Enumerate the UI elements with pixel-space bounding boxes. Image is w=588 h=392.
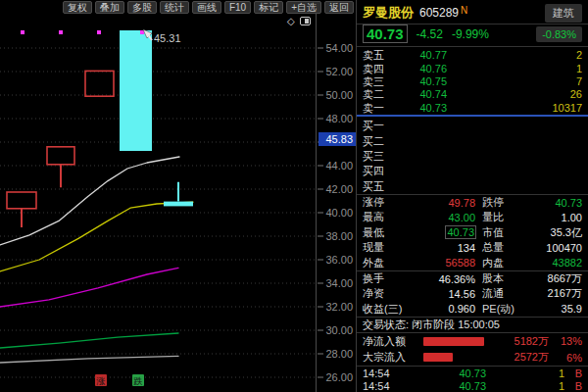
stat-value-text: 14.56 bbox=[448, 288, 475, 300]
flow-row-1: 净流入额5182万13% bbox=[357, 333, 588, 350]
money-flow-block: 净流入额5182万13%大宗流入2572万6% bbox=[357, 333, 588, 367]
menu-item-5[interactable]: 画线 bbox=[192, 1, 221, 14]
candle-down-4 bbox=[120, 30, 152, 151]
candlestick-chart[interactable]: 54.0052.0050.0048.0046.0044.0042.0040.00… bbox=[0, 0, 356, 392]
stat-value: 0.960 bbox=[414, 303, 475, 315]
price-change-pct: -9.99% bbox=[452, 27, 489, 41]
axis-label: 42.00 bbox=[325, 183, 353, 195]
bid-row-1[interactable]: 买一 bbox=[357, 119, 588, 133]
tick-price: 40.73 bbox=[412, 368, 537, 379]
bid-row-3[interactable]: 买三 bbox=[357, 149, 588, 164]
stat-row-1: 涨停49.78跌停40.73 bbox=[357, 195, 588, 210]
flow-label: 大宗流入 bbox=[363, 350, 419, 365]
stat-value: 43.00 bbox=[414, 212, 475, 223]
stat-value: 14.56 bbox=[414, 288, 475, 300]
stat-label: 现量 bbox=[363, 240, 414, 255]
stat-value: 35.3亿 bbox=[514, 225, 582, 240]
flow-value: 2572万 bbox=[453, 350, 549, 365]
stat-value-text: 49.78 bbox=[448, 197, 475, 209]
stat-value: 49.78 bbox=[414, 197, 475, 209]
cursor-price-label: 45.31 bbox=[154, 32, 181, 44]
menu-item-8[interactable]: +自选 bbox=[286, 1, 321, 14]
ask-price: 40.74 bbox=[406, 88, 514, 101]
axis-label: 34.00 bbox=[325, 277, 353, 289]
stat-label: 最高 bbox=[363, 210, 414, 224]
stock-header: 罗曼股份 605289 N 建筑 bbox=[357, 0, 588, 24]
price-change: -4.52 bbox=[416, 27, 443, 41]
ask-label: 卖一 bbox=[363, 102, 406, 115]
menu-item-1[interactable]: 复权 bbox=[63, 1, 92, 14]
tick-volume: 1 bbox=[537, 368, 564, 379]
stat-value-text: 56588 bbox=[445, 257, 475, 269]
diamond-draw-icon[interactable]: ◇ bbox=[287, 17, 295, 26]
stat-row-4: 现量134总量100470 bbox=[357, 240, 588, 255]
stock-name: 罗曼股份 bbox=[363, 4, 414, 22]
bid-row-5[interactable]: 买五 bbox=[357, 178, 588, 193]
sector-badge[interactable]: 建筑 bbox=[545, 4, 582, 23]
axis-label: 48.00 bbox=[325, 113, 353, 124]
ask-label: 卖五 bbox=[363, 49, 406, 62]
stats-block-2: 换手46.36%股本8667万净资14.56流通2167万收益(三)0.960P… bbox=[357, 271, 588, 318]
stat-row-6: 换手46.36%股本8667万 bbox=[357, 271, 588, 286]
axis-label: 44.00 bbox=[325, 160, 353, 172]
stat-value: 40.73 bbox=[514, 197, 582, 209]
stat-value: 35.9 bbox=[514, 303, 582, 315]
tick-time: 14:54 bbox=[363, 368, 412, 379]
shape-draw-icon[interactable] bbox=[300, 17, 311, 25]
ask-qty: 7 bbox=[514, 75, 582, 88]
menu-item-9[interactable]: 返回 bbox=[324, 1, 354, 14]
top-menu-bar: 复权叠加多股统计画线F10标记+自选返回 bbox=[0, 0, 356, 15]
trading-app-window: 54.0052.0050.0048.0046.0044.0042.0040.00… bbox=[0, 0, 588, 392]
flow-pct: 6% bbox=[549, 352, 582, 364]
marker-dot bbox=[140, 30, 144, 34]
bid-row-2[interactable]: 买二 bbox=[357, 133, 588, 148]
ask-qty: 1 bbox=[514, 63, 582, 75]
ma-gray bbox=[0, 356, 178, 363]
tick-row-2: 14:5440.731B bbox=[357, 379, 588, 392]
axis-label: 26.00 bbox=[325, 371, 353, 383]
stat-value-text: 46.36% bbox=[439, 273, 475, 285]
trading-status-text: 交易状态: 闭市阶段 15:00:05 bbox=[363, 318, 500, 332]
stock-code: 605289 bbox=[419, 6, 459, 20]
stat-value: 40.73 bbox=[414, 226, 475, 238]
stat-label: 跌停 bbox=[475, 195, 514, 210]
tick-row-1: 14:5440.731B bbox=[357, 367, 588, 379]
stat-value: 134 bbox=[414, 242, 475, 254]
ask-row-3[interactable]: 卖三40.757 bbox=[357, 75, 588, 88]
stat-row-7: 净资14.56流通2167万 bbox=[357, 286, 588, 301]
ask-row-4[interactable]: 卖四40.761 bbox=[357, 62, 588, 74]
sector-change-badge: -0.83% bbox=[536, 26, 582, 42]
bid-label: 买一 bbox=[363, 120, 406, 132]
tick-side: B bbox=[564, 368, 582, 379]
menu-item-3[interactable]: 多股 bbox=[127, 1, 157, 14]
menu-item-7[interactable]: 标记 bbox=[254, 1, 283, 14]
menu-item-4[interactable]: 统计 bbox=[160, 1, 189, 14]
chart-tools: ◇ bbox=[287, 15, 320, 27]
stat-label: PE(动) bbox=[475, 302, 514, 317]
stat-label: 最低 bbox=[363, 225, 414, 240]
ask-qty: 2 bbox=[514, 49, 582, 62]
ask-row-5[interactable]: 卖五40.772 bbox=[357, 49, 588, 62]
bid-row-4[interactable]: 买四 bbox=[357, 164, 588, 178]
ask-label: 卖四 bbox=[363, 63, 406, 75]
ask-row-1[interactable]: 卖一40.7310317 bbox=[357, 102, 588, 115]
stat-value: 43882 bbox=[514, 257, 582, 269]
legend-up-label: 涨 bbox=[96, 376, 106, 386]
tick-list[interactable]: 14:5440.731B14:5440.731B bbox=[357, 367, 588, 392]
stat-label: 净资 bbox=[363, 286, 414, 301]
menu-item-6[interactable]: F10 bbox=[224, 1, 251, 14]
stat-label: 收益(三) bbox=[363, 302, 414, 317]
menu-item-2[interactable]: 叠加 bbox=[95, 1, 124, 14]
flow-label: 净流入额 bbox=[363, 334, 419, 349]
ask-row-2[interactable]: 卖二40.7426 bbox=[357, 88, 588, 101]
tick-price: 40.73 bbox=[412, 380, 537, 392]
stat-value: 8667万 bbox=[514, 271, 582, 286]
legend-down-label: 跌 bbox=[134, 376, 143, 386]
stat-value: 1.00 bbox=[514, 212, 582, 223]
stat-value: 100470 bbox=[514, 242, 582, 254]
ask-label: 卖三 bbox=[363, 75, 406, 88]
axis-highlight-label: 45.83 bbox=[325, 133, 353, 145]
stat-row-3: 最低40.73市值35.3亿 bbox=[357, 225, 588, 240]
marker-dot bbox=[59, 30, 63, 34]
tick-time: 14:54 bbox=[363, 380, 412, 392]
